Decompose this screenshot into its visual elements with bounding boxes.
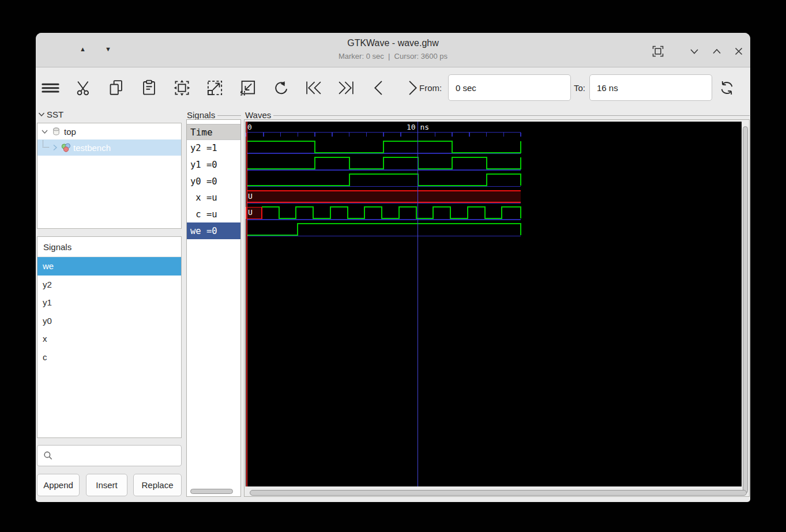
zoom-fit-icon[interactable] [173, 79, 191, 97]
append-button[interactable]: Append [37, 474, 80, 496]
waves-hscrollbar[interactable] [250, 490, 747, 496]
chevron-down-icon [38, 111, 45, 118]
signal-list-item[interactable]: y1 [37, 293, 181, 312]
go-previous-icon[interactable] [370, 79, 388, 97]
close-icon[interactable] [732, 45, 745, 58]
expander-right-icon[interactable] [52, 144, 58, 151]
scope-spheres-icon [61, 142, 72, 153]
tree-item-testbench[interactable]: testbench [37, 139, 181, 156]
signals-values-panel: Time y2 =1y1 =0y0 =0 x =u c =uwe =0 [186, 119, 241, 497]
module-cylinder-icon [51, 126, 61, 137]
signal-rows: y2 =1y1 =0y0 =0 x =u c =uwe =0 [187, 140, 240, 239]
undo-icon[interactable] [272, 79, 289, 97]
signal-list: wey2y1y0xc [37, 257, 181, 366]
zoom-in-icon[interactable] [206, 79, 224, 97]
tree-connector [43, 140, 49, 148]
titlebar[interactable]: ▲ ▼ GTKWave - wave.ghw Marker: 0 sec | C… [36, 33, 750, 67]
window-title: GTKWave - wave.ghw [36, 38, 750, 48]
signal-value-row[interactable]: we =0 [187, 222, 240, 239]
tree-item-top[interactable]: top [37, 123, 181, 139]
signal-list-item[interactable]: y2 [37, 276, 181, 294]
to-label: To: [574, 83, 585, 93]
marker-cursor-status: Marker: 0 sec | Cursor: 3600 ps [36, 52, 750, 61]
from-input[interactable] [448, 74, 571, 101]
signal-value-row[interactable]: c =u [187, 206, 240, 223]
fullscreen-icon[interactable] [652, 45, 664, 58]
signals-frame-label: Signals [187, 110, 241, 120]
waves-panel: 010 nsUU [244, 119, 750, 497]
copy-icon[interactable] [107, 79, 125, 97]
signal-value-row[interactable]: x =u [187, 190, 240, 206]
tree-item-label: testbench [73, 143, 111, 153]
sst-tree: top testbench [37, 123, 182, 229]
tree-item-label: top [64, 127, 76, 137]
menu-icon[interactable] [42, 79, 59, 97]
time-header[interactable]: Time [187, 124, 240, 140]
search-input[interactable] [58, 446, 181, 466]
insert-button[interactable]: Insert [86, 474, 127, 496]
signal-value-row[interactable]: y2 =1 [187, 140, 240, 157]
zoom-out-icon[interactable] [239, 79, 257, 97]
signal-value-row[interactable]: y0 =0 [187, 173, 240, 190]
signal-search[interactable] [37, 445, 182, 466]
signal-value-row[interactable]: y1 =0 [187, 157, 240, 173]
paste-icon[interactable] [140, 79, 158, 97]
signal-list-header: Signals [37, 237, 181, 257]
sst-expander[interactable]: SST [38, 110, 63, 119]
sst-label: SST [47, 110, 63, 119]
signals-hscrollbar[interactable] [190, 489, 233, 494]
chevron-down-icon[interactable] [688, 45, 701, 58]
to-input[interactable] [589, 74, 712, 101]
replace-button[interactable]: Replace [133, 474, 182, 496]
signal-list-item[interactable]: c [37, 348, 181, 367]
cut-icon[interactable] [74, 79, 92, 97]
go-last-icon[interactable] [337, 79, 355, 97]
chevron-up-icon[interactable] [710, 45, 723, 58]
signal-list-panel: Signals wey2y1y0xc [37, 236, 182, 438]
go-next-icon[interactable] [403, 79, 421, 97]
gtkwave-window: ▲ ▼ GTKWave - wave.ghw Marker: 0 sec | C… [36, 33, 750, 502]
waves-frame-label: Waves [245, 110, 750, 120]
signal-list-item[interactable]: y0 [37, 312, 181, 330]
svg-text:U: U [248, 192, 253, 201]
signal-list-item[interactable]: x [37, 330, 181, 348]
svg-text:U: U [248, 208, 253, 217]
signal-list-item[interactable]: we [37, 257, 181, 276]
reload-icon[interactable] [718, 79, 736, 97]
go-first-icon[interactable] [304, 79, 322, 97]
waves-vscrollbar[interactable] [743, 126, 748, 493]
wave-canvas[interactable]: 010 nsUU [246, 122, 742, 486]
from-label: From: [419, 83, 442, 93]
expander-down-icon[interactable] [41, 129, 48, 135]
search-icon [43, 451, 53, 461]
svg-text:0: 0 [247, 123, 252, 131]
